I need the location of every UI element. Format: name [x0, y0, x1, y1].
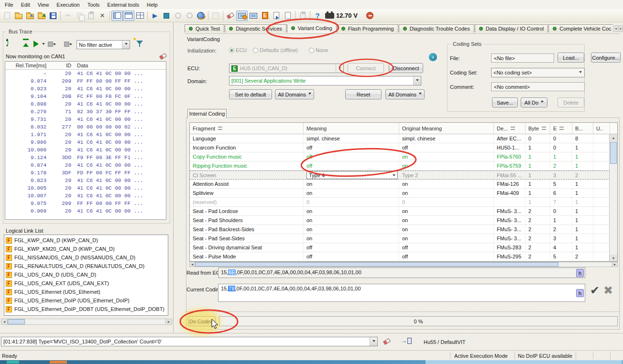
list-item-fgl-renaultuds-can-d[interactable]: FFGL_RENAULTUDS_CAN_D (RENAULTUDS_CAN_D)	[4, 262, 168, 270]
table-row-seat-driving-dynamical-seat[interactable]: Seat - Driving dynamical SeatoffoffFMuS-…	[190, 243, 617, 252]
table-row[interactable]: 10.0002041 C6 41 0C 00 00 ...	[5, 146, 166, 154]
tab-scroll-left-icon[interactable]: ◂	[613, 25, 618, 32]
next-circle-icon[interactable]: ›	[429, 53, 437, 61]
table-row[interactable]: 1.9712041 C6 41 0C 00 00 ...	[5, 131, 166, 139]
list-item-fgl-uds-can-d[interactable]: FFGL_UDS_CAN_D (UDS_CAN_D)	[4, 270, 168, 279]
table-row[interactable]: 0.9232041 C6 41 0C 00 00 ...	[5, 85, 166, 93]
event-log-combo[interactable]: [01:41:27:838] Type='MVCI_ISO_13400_DoIP…	[1, 337, 378, 346]
list-item-fgl-uds-ethernet[interactable]: FFGL_UDS_Ethernet (UDS_Ethernet)	[4, 288, 168, 296]
table-row[interactable]: 8.03227700 00 00 00 00 02 ...	[5, 123, 166, 131]
table-row[interactable]: 0.2707102 30 37 30 FF FF ...	[5, 108, 166, 116]
tab-variant-coding[interactable]: Variant Coding	[287, 24, 337, 32]
table-row[interactable]: –2041 C6 41 0C 00 00 ...	[5, 70, 166, 77]
table-row-ci-screen[interactable]: CI ScreenType 4Type 2FMai-55 ...132	[190, 171, 617, 180]
scroll-right-icon[interactable]: ►	[612, 262, 617, 267]
open-folder-icon[interactable]	[13, 11, 24, 21]
clear-trace-icon[interactable]	[160, 54, 166, 59]
table-row[interactable]: 9.9962041 C6 41 0C 00 00 ...	[5, 139, 166, 146]
refresh-icon[interactable]	[210, 11, 221, 21]
table-row-language[interactable]: Languagesimpl. chinesesimpl. chineseAfte…	[190, 134, 617, 143]
ecu-book-icon[interactable]: E	[259, 11, 271, 21]
configure-button[interactable]: Configure...	[591, 53, 621, 63]
combo-arrow-icon[interactable]	[122, 41, 130, 49]
domain-combo[interactable]: [001] Several Applications Write	[229, 76, 421, 86]
run-icon[interactable]: ▶	[149, 11, 161, 21]
menu-item-tools[interactable]: Tools	[84, 1, 104, 9]
table-row-seat-pad-seat-sides[interactable]: Seat - Pad Seat-SidesononFMuS- 3...231	[190, 234, 617, 243]
list-item-fgl-uds-ethernet-doip-dobt[interactable]: FFGL_UDS_Ethernet_DoIP_DOBT (UDS_Etherne…	[4, 305, 168, 313]
menu-item-help[interactable]: Help	[143, 1, 162, 9]
bus-play-icon[interactable]	[33, 41, 45, 47]
forward-icon[interactable]	[184, 11, 195, 21]
list-item-fgl-kwp-can-d[interactable]: FFGL_KWP_CAN_D (KWP_CAN_D)	[4, 236, 168, 245]
menu-item-file[interactable]: File	[1, 1, 17, 9]
menu-item-external-tools[interactable]: External tools	[103, 1, 143, 9]
ecu-combo[interactable]: E HU5 (UDS_CAN_D)	[229, 64, 344, 73]
all-domains-button-1[interactable]: All Domains	[275, 89, 314, 99]
radio-defaults[interactable]: Defaults (offline)	[253, 47, 298, 53]
table-row-reserved[interactable]: (reserved)00171	[190, 198, 617, 207]
coding-set-combo[interactable]: <No coding set>	[491, 68, 585, 77]
table-row[interactable]: 0.8232041 C6 41 0C 00 00 ...	[5, 177, 166, 184]
doc-refresh-icon[interactable]	[271, 11, 282, 21]
table-row[interactable]: 9.10420BFC FF 00 F8 FC 0F ...	[5, 93, 166, 100]
internal-coding-tab[interactable]: Internal Coding	[187, 109, 227, 118]
disconnect-button[interactable]: Disconnect	[389, 63, 423, 73]
hex-format-button[interactable]: h	[576, 289, 584, 297]
filter-combo[interactable]: No filter active	[77, 40, 130, 49]
bus-start-icon[interactable]	[6, 40, 8, 45]
set-to-default-button[interactable]: Set to default	[229, 89, 272, 99]
bus-pause-icon[interactable]	[48, 42, 56, 47]
scroll-right-icon[interactable]: ►	[165, 319, 172, 324]
bus-stop-icon[interactable]	[64, 42, 72, 47]
network-power-icon[interactable]	[236, 11, 248, 21]
accept-coding-icon[interactable]: ✔	[590, 284, 600, 297]
table-row[interactable]: 9.075209FF FF 00 00 FF FF ...	[5, 200, 166, 207]
meaning-dropdown[interactable]: Type 4	[306, 171, 398, 179]
list-item-fgl-kwp-km20-can-d[interactable]: FFGL_KWP_KM20_CAN_D (KWP_CAN_D)	[4, 245, 168, 253]
combo-arrow-icon[interactable]	[577, 68, 584, 77]
reject-coding-icon[interactable]: ✖	[603, 284, 613, 297]
record-icon[interactable]	[364, 11, 376, 21]
combo-arrow-icon[interactable]	[413, 76, 421, 85]
table-row[interactable]: 10.0072041 C6 41 0C 00 00 ...	[5, 192, 166, 200]
coding-table-vscrollbar[interactable]: ▲ ▼	[609, 134, 617, 261]
menu-item-execution[interactable]: Execution	[53, 1, 83, 9]
list-item-fgl-uds-can-ext[interactable]: FFGL_UDS_CAN_EXT (UDS_CAN_EXT)	[4, 279, 168, 288]
table-row[interactable]: 9.1783DFFD FF 00 FC FF FF ...	[5, 169, 166, 177]
combo-arrow-icon[interactable]	[391, 173, 397, 178]
back-icon[interactable]	[172, 11, 184, 21]
all-domains-button-2[interactable]: All Domains	[385, 89, 425, 99]
column-header-de[interactable]: De...	[494, 123, 525, 134]
table-row-incarcom-function[interactable]: Incarcom FunctionoffoffHU50-1...101	[190, 143, 617, 152]
menu-item-view[interactable]: View	[34, 1, 53, 9]
eraser-icon[interactable]	[225, 11, 236, 21]
clear-log-icon[interactable]	[383, 339, 390, 344]
table-row-copy-function-music[interactable]: Copy Function musicoffonFPla-5760111	[190, 152, 617, 161]
layout-grid-icon[interactable]	[134, 11, 146, 21]
tab-scroll-right-icon[interactable]: ▸	[619, 25, 623, 32]
stop-icon[interactable]	[161, 11, 172, 21]
tab-flash-programming[interactable]: Flash Programming	[337, 24, 398, 32]
table-row[interactable]: 9.1243DDF9 FF 00 3E FF F1 ...	[5, 154, 166, 161]
clipboard-icon[interactable]	[297, 11, 308, 21]
table-row[interactable]: 9.7312041 C6 41 0C 00 00 ...	[5, 116, 166, 123]
new-doc-icon[interactable]	[1, 11, 13, 21]
connect-button[interactable]: Connect	[348, 63, 384, 73]
do-coding-button[interactable]: Do Coding	[188, 316, 216, 326]
radio-none[interactable]: None	[309, 47, 328, 53]
column-header-meaning[interactable]: Meaning	[304, 123, 399, 134]
list-item-fgl-nissanuds-can-d[interactable]: FFGL_NISSANUDS_CAN_D (NISSANUDS_CAN_D)	[4, 253, 168, 262]
paste-icon[interactable]	[85, 11, 97, 21]
combo-arrow-icon[interactable]	[336, 64, 343, 73]
scroll-down-icon[interactable]: ▼	[610, 255, 617, 261]
cut-icon[interactable]: ✂	[62, 11, 74, 21]
delete-icon[interactable]: ✕	[97, 11, 108, 21]
help-icon[interactable]: ?	[312, 11, 323, 21]
column-header-b[interactable]: B...	[572, 123, 593, 134]
menu-item-edit[interactable]: Edit	[17, 1, 34, 9]
tab-diagnostic-services[interactable]: Diagnostic Services	[225, 24, 286, 32]
column-header-fragment[interactable]: Fragment	[190, 123, 304, 134]
network-monitor-icon[interactable]	[248, 11, 259, 21]
list-item-fgl-uds-ethernet-doip[interactable]: FFGL_UDS_Ethernet_DoIP (UDS_Ethernet_DoI…	[4, 296, 168, 305]
